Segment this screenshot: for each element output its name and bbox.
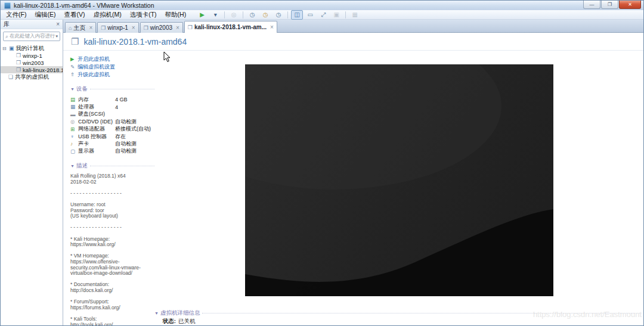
tab-icon: ⌂ [69, 25, 72, 31]
vm-preview-column: ▼ 虚拟机详细信息 状态: 已关机 [154, 51, 643, 325]
menu-item[interactable]: 编辑(E) [30, 11, 60, 19]
tab-close-icon[interactable]: × [270, 24, 274, 30]
memory-icon: ▤ [70, 97, 78, 103]
snapshot-manager-icon[interactable]: ◷ [273, 10, 284, 20]
expander-icon[interactable]: ⊟ [2, 46, 8, 51]
vm-tree: ⊟ ▣ 我的计算机 ❐ winxp-1 ❐ win2003 [1, 45, 63, 80]
collapse-arrow-icon: ▼ [70, 164, 75, 168]
device-value: 4 GB [115, 97, 154, 103]
display-icon: ▢ [70, 149, 78, 154]
fullscreen-icon[interactable]: ⤢ [317, 10, 329, 20]
description-line: virtualbox-image-download/ [70, 271, 154, 277]
device-row[interactable]: ▢ 显示器 自动检测 [70, 148, 154, 155]
device-name: 处理器 [78, 103, 115, 111]
edit-settings-link[interactable]: ✎ 编辑虚拟机设置 [70, 63, 154, 70]
vm-details-section-header[interactable]: ▼ 虚拟机详细信息 [154, 309, 640, 317]
tab-kali-linux[interactable]: ❐ kali-linux-2018.1-vm-am... × [184, 21, 277, 33]
search-dropdown-icon[interactable]: ▾ [55, 34, 58, 39]
device-row[interactable]: ▦ 处理器 4 [70, 103, 154, 110]
tab-winxp-1[interactable]: ❐ winxp-1 × [97, 22, 138, 33]
tree-item-label: 我的计算机 [16, 45, 45, 52]
library-header: 库 × [1, 20, 63, 29]
vmware-logo-icon [4, 2, 11, 9]
vm-description: Kali Rolling (2018.1) x64 2018-02-02 - -… [70, 173, 154, 325]
tree-item-kali-linux[interactable]: ❐ kali-linux-2018.1-vm [1, 66, 63, 73]
library-search-input[interactable]: ⌕ 在此处键入内容进行搜... ▾ [3, 32, 60, 41]
minimize-button[interactable]: — [583, 1, 600, 9]
vm-actions: ▶ 开启此虚拟机 ✎ 编辑虚拟机设置 ⇑ [70, 55, 154, 78]
vm-details-rows: 状态: 已关机 快照: OpenVAS [154, 318, 640, 325]
menu-item[interactable]: 选项卡(T) [126, 11, 161, 19]
tree-item-winxp-1[interactable]: ❐ winxp-1 [1, 52, 63, 59]
shared-vms-icon: ❏ [8, 74, 13, 80]
revert-snapshot-icon[interactable]: ◷ [259, 10, 271, 20]
close-button[interactable]: ✕ [619, 1, 641, 9]
device-row[interactable]: ▬ 硬盘(SCSI) [70, 111, 154, 118]
vm-info-column: ▶ 开启此虚拟机 ✎ 编辑虚拟机设置 ⇑ [63, 51, 154, 325]
vm-icon: ❐ [16, 67, 21, 73]
description-line: - - - - - - - - - - - - - - - - - [70, 191, 154, 197]
vm-tab-content: ❐ kali-linux-2018.1-vm-amd64 ▶ 开启此虚拟机 [63, 33, 643, 325]
action-label: 开启此虚拟机 [78, 55, 110, 63]
power-dropdown-icon[interactable]: ▾ [209, 10, 221, 20]
tree-item-label: kali-linux-2018.1-vm [23, 67, 63, 73]
tree-item-win2003[interactable]: ❐ win2003 [1, 59, 63, 66]
device-row[interactable]: ⊞ 网络适配器 桥接模式(自动) [70, 126, 154, 133]
search-placeholder: 在此处键入内容进行搜... [10, 33, 55, 40]
collapse-arrow-icon: ▼ [70, 87, 75, 91]
device-row[interactable]: ♆ USB 控制器 存在 [70, 133, 154, 140]
tree-item-my-computer[interactable]: ⊟ ▣ 我的计算机 [1, 45, 63, 52]
device-row[interactable]: ▤ 内存 4 GB [70, 96, 154, 103]
description-line: 2018-02-02 [70, 179, 154, 185]
device-value: 桥接模式(自动) [115, 125, 154, 133]
titlebar[interactable]: kali-linux-2018.1-vm-amd64 - VMware Work… [1, 1, 643, 10]
menu-item[interactable]: 查看(V) [60, 11, 89, 19]
device-value: 自动检测 [115, 140, 154, 148]
harddisk-icon: ▬ [70, 112, 78, 117]
menu-item[interactable]: 虚拟机(M) [89, 11, 125, 19]
library-toggle-icon[interactable]: ◫ [291, 10, 303, 20]
description-section-header[interactable]: ▼ 描述 [70, 162, 154, 170]
devices-section-header[interactable]: ▼ 设备 [70, 85, 154, 93]
usb-controller-icon: ♆ [70, 134, 78, 139]
play-icon: ▶ [70, 57, 78, 62]
tab-win2003[interactable]: ❐ win2003 × [140, 22, 183, 33]
section-separator [202, 313, 640, 313]
tab-label: winxp-1 [107, 24, 128, 31]
vm-screen-preview[interactable] [245, 64, 553, 296]
maximize-button[interactable]: ❐ [601, 1, 618, 9]
toolbar: ▶ ▾ ◎ ◷ ◷ ◷ ◫ ▭ ⤢ [196, 10, 361, 20]
menu-item[interactable]: 文件(F) [2, 11, 30, 19]
power-on-link[interactable]: ▶ 开启此虚拟机 [70, 55, 154, 63]
console-view-icon[interactable]: ▭ [304, 10, 316, 20]
vm-details-title: 虚拟机详细信息 [160, 309, 200, 317]
device-value: 存在 [115, 133, 154, 141]
device-row[interactable]: ◎ CD/DVD (IDE) 自动检测 [70, 118, 154, 125]
tree-item-shared-vms[interactable]: ❏ 共享的虚拟机 [1, 73, 63, 80]
action-label: 升级此虚拟机 [78, 71, 110, 79]
sound-card-icon: ♪ [70, 141, 78, 147]
device-row[interactable]: ♪ 声卡 自动检测 [70, 140, 154, 147]
menus: 文件(F) 编辑(E) 查看(V) 虚拟机(M) 选项卡(T) 帮助(H) [2, 11, 190, 19]
tab-close-icon[interactable]: × [89, 24, 92, 31]
library-close-icon[interactable]: × [56, 21, 60, 27]
tab-close-icon[interactable]: × [176, 24, 179, 31]
menu-item[interactable]: 帮助(H) [161, 11, 191, 19]
power-on-icon[interactable]: ▶ [196, 10, 208, 20]
description-line: http://tools.kali.org/ [70, 322, 154, 325]
section-separator [90, 89, 154, 89]
tab-strip: ⌂ 主页 × ❐ winxp-1 × ❐ win2003 × [63, 20, 643, 33]
description-line: https://www.kali.org/ [70, 242, 154, 248]
upgrade-vm-link[interactable]: ⇑ 升级此虚拟机 [70, 71, 154, 78]
devices-section-title: 设备 [76, 85, 88, 93]
vmware-workstation-window: kali-linux-2018.1-vm-amd64 - VMware Work… [0, 0, 644, 326]
device-name: 网络适配器 [78, 125, 115, 133]
processor-icon: ▦ [70, 104, 78, 110]
search-icon: ⌕ [5, 33, 8, 40]
tab-label: kali-linux-2018.1-vm-am... [194, 24, 267, 30]
tab-home[interactable]: ⌂ 主页 × [65, 22, 96, 33]
description-line: (US keyboard layout) [70, 213, 154, 219]
tab-close-icon[interactable]: × [132, 24, 135, 31]
tree-children: ❐ winxp-1 ❐ win2003 ❐ kali-linux-2018.1-… [1, 52, 63, 73]
take-snapshot-icon[interactable]: ◷ [246, 10, 258, 20]
